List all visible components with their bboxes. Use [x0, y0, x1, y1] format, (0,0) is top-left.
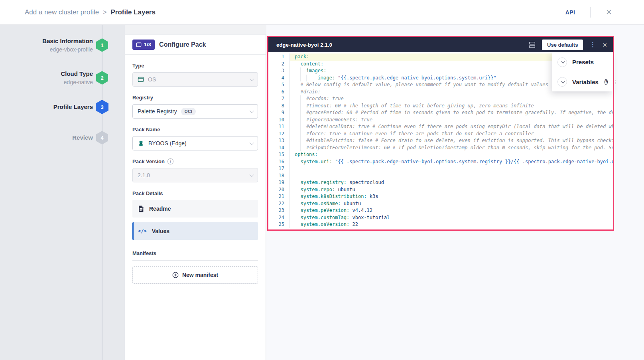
line-number: 4	[268, 75, 290, 82]
step-title: Review	[72, 133, 93, 142]
pack-details-label: Pack Details	[132, 190, 258, 196]
plus-circle-icon	[172, 272, 179, 278]
code-line[interactable]: 8#timeout: 60 # The length of time to wa…	[268, 103, 613, 110]
pack-version-label: Pack Version i	[132, 158, 258, 164]
code-line[interactable]: 23system.peVersion: v4.4.12	[268, 207, 613, 214]
code-line[interactable]: 24system.customTag: vbox-tutorial	[268, 214, 613, 222]
configure-pack-title: Configure Pack	[159, 41, 206, 48]
code-line[interactable]: 21system.k8sDistribution: k3s	[268, 193, 613, 200]
code-line[interactable]: 7#cordon: true	[268, 95, 613, 103]
readme-tab-label: Readme	[149, 206, 171, 212]
os-window-icon	[138, 76, 144, 83]
editor-header: edge-native-byoi 2.1.0 Use defaults ⋮ ✕	[268, 37, 613, 52]
pack-version-select[interactable]: 2.1.0	[132, 168, 258, 182]
code-line[interactable]: 9#gracePeriod: 60 # Period of time in se…	[268, 109, 613, 117]
new-manifest-button[interactable]: New manifest	[132, 266, 258, 284]
code-line[interactable]: 13#disableEviction: false # Force drain …	[268, 137, 613, 144]
line-number: 16	[268, 158, 290, 166]
info-icon[interactable]: i	[167, 158, 173, 164]
breadcrumb-separator: >	[103, 9, 106, 16]
pack-step-badge: 1/3	[132, 40, 155, 50]
chevron-down-icon	[250, 140, 254, 145]
editor-menu-icon[interactable]: ⋮	[589, 42, 596, 48]
presets-variables-panel: Presets Variables ? ⋮	[552, 52, 613, 91]
pack-step-count: 1/3	[144, 42, 151, 47]
code-line[interactable]: 15options:	[268, 151, 613, 158]
variables-chevron-icon[interactable]	[557, 77, 567, 87]
line-number: 10	[268, 117, 290, 124]
configure-pack-panel: 1/3 Configure Pack Type OS Registry Pale…	[125, 34, 266, 360]
use-defaults-button[interactable]: Use defaults	[542, 40, 583, 50]
line-number: 24	[268, 214, 290, 222]
step-hexagon: 2	[96, 71, 108, 85]
line-number: 14	[268, 144, 290, 152]
chevron-down-icon	[250, 109, 254, 113]
line-number: 6	[268, 89, 290, 96]
code-line[interactable]: 18	[268, 172, 613, 180]
top-header: Add a new cluster profile > Profile Laye…	[0, 0, 644, 25]
type-select[interactable]: OS	[132, 72, 258, 87]
type-value: OS	[148, 76, 156, 83]
code-line[interactable]: 11#deleteLocalData: true # Continue even…	[268, 123, 613, 131]
header-divider	[590, 7, 591, 18]
code-line[interactable]: 20system.repo: ubuntu	[268, 186, 613, 194]
code-line[interactable]: 19system.registry: spectrocloud	[268, 179, 613, 186]
breadcrumb-parent[interactable]: Add a new cluster profile	[25, 8, 99, 16]
step-hexagon: 3	[96, 100, 108, 114]
line-number: 1	[268, 53, 290, 61]
breadcrumb-current: Profile Layers	[111, 8, 156, 16]
step-subtitle: edge-vbox-profile	[42, 45, 93, 53]
line-number: 13	[268, 137, 290, 144]
api-link[interactable]: API	[565, 9, 575, 16]
line-number: 12	[268, 131, 290, 138]
help-icon[interactable]: ?	[605, 79, 608, 85]
variables-menu-icon[interactable]: ⋮	[613, 79, 618, 85]
code-line[interactable]: 14#skipWaitForDeleteTimeout: 60 # If pod…	[268, 144, 613, 152]
step-title: Cloud Type	[61, 69, 93, 78]
line-number: 21	[268, 193, 290, 200]
close-wizard-icon[interactable]: ✕	[606, 8, 612, 16]
values-tab-label: Values	[152, 228, 169, 234]
code-line[interactable]: 16system.uri: "{{ .spectro.pack.edge-nat…	[268, 158, 613, 166]
code-line[interactable]: 12#force: true # Continue even if there …	[268, 131, 613, 138]
line-number: 23	[268, 207, 290, 214]
line-number: 22	[268, 200, 290, 208]
code-line[interactable]: 22system.osName: ubuntu	[268, 200, 613, 208]
line-number: 8	[268, 103, 290, 110]
editor-title: edge-native-byoi 2.1.0	[276, 42, 332, 48]
step-hexagon: 4	[96, 131, 108, 144]
manifests-label: Manifests	[132, 250, 258, 256]
chevron-down-icon	[250, 172, 254, 177]
pack-version-label-text: Pack Version	[132, 158, 165, 164]
code-icon: </>	[138, 228, 147, 234]
readme-tab[interactable]: Readme	[132, 200, 258, 218]
new-manifest-label: New manifest	[182, 272, 218, 278]
code-line[interactable]: 17	[268, 165, 613, 172]
editor-close-icon[interactable]: ✕	[602, 42, 607, 48]
presets-chevron-icon[interactable]	[557, 57, 567, 67]
values-tab[interactable]: </> Values	[132, 222, 258, 240]
mid-strip	[125, 25, 266, 34]
presets-label: Presets	[572, 59, 594, 65]
registry-select[interactable]: Palette Registry OCI	[132, 104, 258, 119]
chevron-down-icon	[250, 77, 254, 81]
manifests-divider	[132, 260, 258, 261]
expand-editor-icon[interactable]	[529, 42, 536, 48]
line-number: 9	[268, 109, 290, 117]
type-label: Type	[132, 63, 258, 69]
readme-doc-icon	[138, 206, 144, 212]
step-title: Profile Layers	[53, 103, 93, 111]
variables-row[interactable]: Variables ? ⋮	[552, 72, 613, 91]
line-number: 20	[268, 186, 290, 194]
code-line[interactable]: 10#ignoreDaemonSets: true	[268, 117, 613, 124]
line-number: 17	[268, 165, 290, 172]
step-hexagon: 1	[96, 38, 108, 52]
code-line[interactable]: 25system.osVersion: 22	[268, 221, 613, 228]
pack-name-select[interactable]: BYOOS (Edge)	[132, 136, 258, 150]
presets-row[interactable]: Presets	[552, 52, 613, 72]
line-number: 25	[268, 221, 290, 228]
main-area: Basic Informationedge-vbox-profile1Cloud…	[0, 25, 644, 360]
pack-name-label: Pack Name	[132, 127, 258, 133]
line-number: 5	[268, 81, 290, 89]
byoos-pack-icon	[138, 140, 144, 147]
